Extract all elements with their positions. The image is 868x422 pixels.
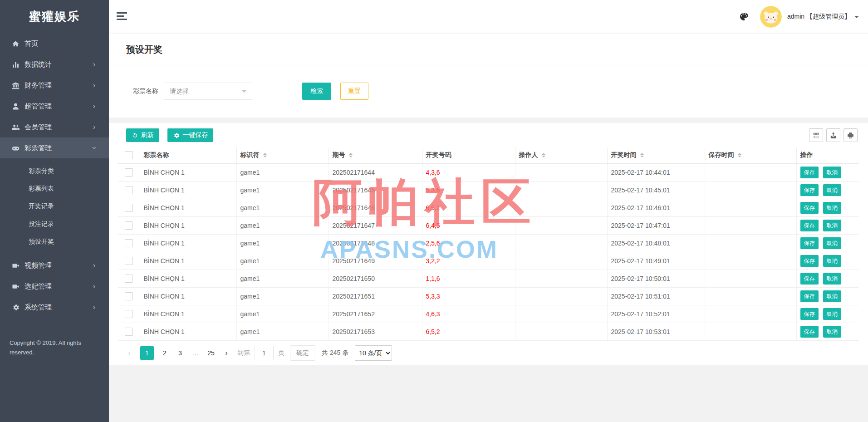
- row-save-button[interactable]: 保存: [800, 326, 819, 338]
- row-save-button[interactable]: 保存: [800, 308, 819, 320]
- sidebar-item-data-stats[interactable]: 数据统计›: [0, 54, 109, 75]
- row-cancel-button[interactable]: 取消: [823, 167, 841, 178]
- sidebar-subitem-draw-records[interactable]: 开奖记录: [0, 197, 109, 215]
- row-checkbox[interactable]: [125, 186, 133, 194]
- cell-lottery-name-value: BÌNH CHỌN 1: [144, 186, 185, 194]
- sidebar-item-home[interactable]: 首页: [0, 33, 109, 54]
- row-checkbox[interactable]: [125, 310, 133, 318]
- sort-icon[interactable]: [263, 151, 267, 159]
- row-checkbox[interactable]: [125, 221, 133, 230]
- caret-down-icon[interactable]: [854, 16, 859, 20]
- sort-icon[interactable]: [738, 151, 741, 159]
- row-checkbox[interactable]: [125, 239, 133, 247]
- row-save-button[interactable]: 保存: [800, 202, 819, 214]
- sidebar-item-system[interactable]: 系统管理›: [0, 297, 109, 318]
- cell-draw-time: 2025-02-17 10:49:01: [607, 252, 705, 270]
- palette-icon[interactable]: [739, 11, 749, 22]
- column-header-1[interactable]: 标识符: [236, 147, 329, 163]
- sidebar-subitem-preset-draw[interactable]: 预设开奖: [0, 233, 109, 250]
- cell-numbers: 6,4,5: [422, 216, 515, 234]
- sidebar-item-finance[interactable]: 财务管理›: [0, 75, 109, 96]
- sidebar-item-video[interactable]: 视频管理›: [0, 255, 109, 276]
- sidebar-subitem-lottery-list[interactable]: 彩票列表: [0, 180, 109, 197]
- column-header-2[interactable]: 期号: [329, 147, 422, 163]
- search-button[interactable]: 检索: [302, 83, 331, 100]
- row-cancel-button[interactable]: 取消: [823, 184, 841, 196]
- export-icon[interactable]: [826, 128, 840, 142]
- chevron-right-icon: ›: [93, 61, 95, 68]
- row-save-button[interactable]: 保存: [800, 184, 819, 196]
- sidebar-item-concubine[interactable]: 选妃管理›: [0, 276, 109, 297]
- save-all-button[interactable]: 一键保存: [167, 128, 213, 142]
- username[interactable]: admin 【超级管理员】: [787, 13, 851, 21]
- cell-issue-value: 202502171653: [333, 328, 375, 335]
- sidebar-item-member[interactable]: 会员管理›: [0, 117, 109, 137]
- page-button-1[interactable]: 1: [140, 346, 154, 360]
- refresh-button[interactable]: 刷新: [126, 128, 159, 142]
- prev-page-icon[interactable]: ‹: [125, 349, 134, 357]
- row-save-button[interactable]: 保存: [800, 290, 819, 302]
- row-checkbox[interactable]: [125, 275, 133, 283]
- cell-actions: 保存取消: [796, 252, 859, 270]
- filter-columns-icon[interactable]: [809, 128, 823, 142]
- row-cancel-button[interactable]: 取消: [823, 220, 841, 231]
- hamburger-icon[interactable]: [117, 12, 128, 20]
- sidebar-submenu-lottery: 彩票分类彩票列表开奖记录投注记录预设开奖: [0, 158, 109, 255]
- cell-lottery-name: BÌNH CHỌN 1: [140, 287, 236, 305]
- row-cancel-button[interactable]: 取消: [823, 290, 841, 302]
- row-cancel-button[interactable]: 取消: [823, 308, 841, 320]
- row-save-button[interactable]: 保存: [800, 255, 819, 267]
- row-cancel-button[interactable]: 取消: [823, 326, 841, 338]
- per-page-select[interactable]: 10 条/页: [355, 345, 392, 361]
- row-checkbox[interactable]: [125, 257, 133, 265]
- column-header-5[interactable]: 开奖时间: [607, 147, 705, 163]
- cell-draw-time: 2025-02-17 10:47:01: [607, 216, 705, 234]
- reset-button[interactable]: 重置: [340, 83, 368, 100]
- row-save-button[interactable]: 保存: [800, 220, 819, 231]
- page-button-25[interactable]: 25: [206, 349, 216, 357]
- goto-page-input[interactable]: [255, 346, 274, 360]
- page-button-3[interactable]: 3: [176, 349, 185, 357]
- cell-issue: 202502171653: [329, 323, 422, 340]
- cell-issue: 202502171644: [329, 163, 422, 181]
- row-checkbox[interactable]: [125, 292, 133, 300]
- sidebar-subitem-lottery-category[interactable]: 彩票分类: [0, 162, 109, 180]
- column-header-4[interactable]: 操作人: [515, 147, 607, 163]
- chevron-right-icon: ›: [93, 262, 95, 269]
- row-cancel-button[interactable]: 取消: [823, 273, 841, 285]
- cell-issue: 202502171651: [329, 287, 422, 305]
- sidebar-item-super-admin[interactable]: 超管管理›: [0, 96, 109, 117]
- sort-icon[interactable]: [542, 151, 545, 159]
- next-page-icon[interactable]: ›: [222, 349, 231, 357]
- chevron-right-icon: ›: [93, 123, 95, 131]
- cell-lottery-name: BÌNH CHỌN 1: [140, 234, 236, 252]
- sidebar-subitem-bet-records[interactable]: 投注记录: [0, 215, 109, 233]
- sort-icon[interactable]: [640, 151, 644, 159]
- column-label: 标识符: [240, 151, 260, 158]
- row-cancel-button[interactable]: 取消: [823, 237, 841, 249]
- row-checkbox-cell: [118, 199, 140, 216]
- row-checkbox[interactable]: [125, 328, 133, 336]
- refresh-label: 刷新: [141, 131, 154, 139]
- lottery-name-select[interactable]: 请选择: [164, 83, 252, 100]
- sidebar-item-lottery[interactable]: 彩票管理›: [0, 137, 109, 158]
- row-checkbox[interactable]: [125, 168, 133, 177]
- pagination: ‹ 123...25 › 到第 页 确定 共 245 条 10 条/页: [125, 345, 868, 361]
- goto-confirm-button[interactable]: 确定: [290, 345, 315, 361]
- row-save-button[interactable]: 保存: [800, 167, 819, 178]
- row-cancel-button[interactable]: 取消: [823, 255, 841, 267]
- sort-icon[interactable]: [349, 151, 353, 159]
- row-save-button[interactable]: 保存: [800, 273, 819, 285]
- row-checkbox[interactable]: [125, 204, 133, 212]
- column-header-6[interactable]: 保存时间: [705, 147, 796, 163]
- row-save-button[interactable]: 保存: [800, 237, 819, 249]
- avatar[interactable]: [760, 6, 782, 28]
- cell-issue-value: 202502171648: [333, 240, 375, 247]
- select-all-checkbox[interactable]: [125, 151, 133, 159]
- row-cancel-button[interactable]: 取消: [823, 202, 841, 214]
- print-icon[interactable]: [843, 128, 858, 142]
- page-button-2[interactable]: 2: [160, 349, 169, 357]
- sort-down-icon: [640, 156, 644, 159]
- cell-numbers: 2,5,6: [422, 234, 515, 252]
- gamepad-icon: [12, 144, 20, 152]
